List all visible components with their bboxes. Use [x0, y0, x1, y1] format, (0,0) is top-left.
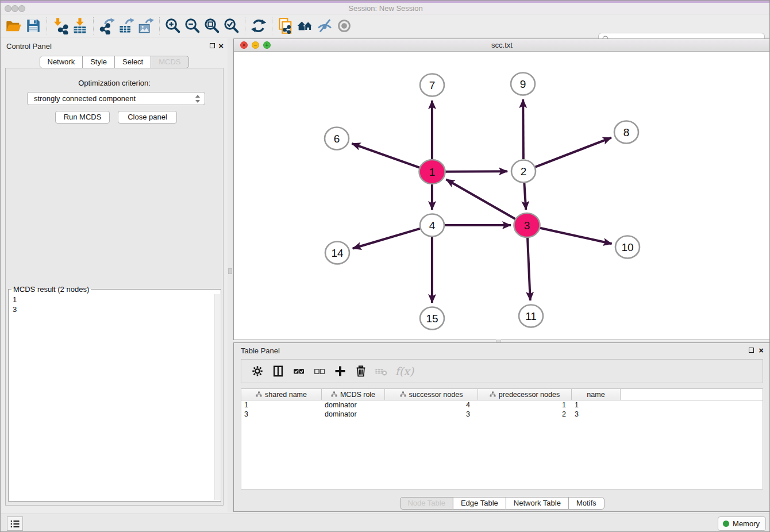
- memory-button[interactable]: Memory: [718, 516, 766, 531]
- refresh-icon[interactable]: [249, 16, 268, 36]
- cell-name[interactable]: 1: [572, 400, 621, 410]
- scrollbar-track[interactable]: [214, 294, 220, 500]
- status-bar: Memory: [1, 514, 770, 532]
- column-label: successor nodes: [409, 391, 463, 399]
- close-panel-button[interactable]: Close panel: [118, 111, 177, 124]
- trash-icon[interactable]: [351, 363, 371, 380]
- graph-edge-3-10[interactable]: [539, 228, 611, 244]
- graph-node-label: 4: [429, 219, 436, 232]
- table-toolbar: f(x): [241, 359, 763, 383]
- graph-node-label: 1: [429, 166, 436, 178]
- export-image-icon[interactable]: [136, 16, 156, 36]
- mcds-tab-content: Optimization criterion: strongly connect…: [5, 68, 224, 506]
- graph-node-label: 14: [331, 247, 344, 259]
- tab-edge-table[interactable]: Edge Table: [453, 497, 506, 510]
- tab-style[interactable]: Style: [82, 56, 115, 68]
- network-canvas[interactable]: 7968124314101511: [234, 52, 770, 340]
- deselect-all-icon[interactable]: [309, 363, 330, 380]
- import-network-icon[interactable]: [51, 16, 70, 36]
- window-titlebar: Session: New Session: [1, 1, 770, 14]
- graph-edge-2-3[interactable]: [524, 183, 526, 210]
- graph-node-label: 2: [521, 165, 527, 178]
- cell-predecessor-nodes[interactable]: 1: [478, 400, 572, 410]
- node-table: shared name MCDS role: [241, 388, 763, 489]
- run-mcds-button[interactable]: Run MCDS: [55, 111, 110, 124]
- cell-mcds-role[interactable]: dominator: [322, 410, 385, 419]
- mcds-result-title: MCDS result (2 nodes): [11, 285, 91, 294]
- close-panel-icon[interactable]: ×: [218, 43, 224, 49]
- add-column-icon[interactable]: [330, 363, 351, 380]
- mcds-result-list[interactable]: 1 3: [9, 294, 221, 501]
- cell-shared-name[interactable]: 3: [241, 410, 322, 419]
- main-toolbar: [1, 14, 770, 37]
- close-panel-icon[interactable]: ×: [759, 348, 764, 353]
- graph-edge-2-9[interactable]: [523, 99, 523, 159]
- open-folder-icon[interactable]: [4, 16, 24, 36]
- graph-node-label: 9: [520, 78, 526, 90]
- graph-edge-1-2[interactable]: [445, 171, 507, 172]
- column-label: shared name: [265, 391, 307, 399]
- tab-network[interactable]: Network: [39, 56, 83, 68]
- mcds-result-line: 3: [13, 304, 221, 314]
- column-header-predecessor-nodes[interactable]: predecessor nodes: [478, 389, 572, 400]
- column-header-name[interactable]: name: [572, 389, 621, 400]
- task-history-button[interactable]: [7, 516, 23, 531]
- select-all-icon[interactable]: [288, 363, 309, 380]
- hide-eye-icon[interactable]: [315, 16, 334, 36]
- save-floppy-icon[interactable]: [24, 16, 43, 36]
- tab-network-table[interactable]: Network Table: [506, 497, 569, 510]
- optimization-criterion-label: Optimization criterion:: [6, 79, 223, 87]
- column-header-mcds-role[interactable]: MCDS role: [322, 389, 385, 400]
- graph-edge-4-14[interactable]: [353, 229, 420, 249]
- network-document-icon[interactable]: [276, 16, 295, 36]
- column-header-successor-nodes[interactable]: successor nodes: [385, 389, 478, 400]
- cell-successor-nodes[interactable]: 3: [385, 410, 478, 419]
- cell-successor-nodes[interactable]: 4: [385, 400, 478, 410]
- graph-node-label: 11: [525, 310, 537, 322]
- toolbar-separator: [47, 17, 47, 34]
- table-row[interactable]: 1 dominator 4 1 1: [241, 400, 763, 410]
- export-table-icon[interactable]: [117, 16, 136, 36]
- cell-shared-name[interactable]: 1: [241, 400, 322, 410]
- table-header-row: shared name MCDS role: [241, 389, 763, 400]
- column-header-shared-name[interactable]: shared name: [241, 389, 322, 400]
- tab-motifs[interactable]: Motifs: [568, 497, 605, 510]
- control-panel-title: Control Panel: [6, 42, 52, 51]
- table-panel-tabs: Node Table Edge Table Network Table Moti…: [399, 497, 604, 510]
- table-row[interactable]: 3 dominator 3 2 3: [241, 410, 763, 419]
- mcds-result-box: MCDS result (2 nodes) 1 3: [8, 285, 221, 502]
- optimization-criterion-select[interactable]: strongly connected component: [27, 92, 205, 105]
- namespace-icon: [490, 391, 496, 398]
- select-stepper-icon: [195, 95, 201, 103]
- eye-icon[interactable]: [334, 16, 354, 36]
- zoom-fit-icon[interactable]: [202, 16, 222, 36]
- column-label: MCDS role: [340, 391, 375, 399]
- gear-icon[interactable]: [247, 363, 268, 380]
- float-panel-icon[interactable]: [749, 348, 754, 353]
- zoom-selected-icon[interactable]: [222, 16, 241, 36]
- control-panel-tabs: Network Style Select MCDS: [39, 56, 188, 68]
- zoom-out-icon[interactable]: [183, 16, 202, 36]
- tab-select[interactable]: Select: [114, 56, 151, 68]
- graph-edge-3-11[interactable]: [528, 237, 530, 300]
- export-network-icon[interactable]: [97, 16, 117, 36]
- graph-node-label: 15: [426, 313, 438, 325]
- houses-icon[interactable]: [295, 16, 315, 36]
- cell-name[interactable]: 3: [572, 410, 621, 419]
- graph-edge-1-6[interactable]: [352, 144, 420, 168]
- splitter-handle[interactable]: [228, 268, 232, 274]
- column-layout-icon[interactable]: [268, 363, 288, 380]
- graph-edge-2-8[interactable]: [536, 138, 611, 167]
- namespace-icon: [256, 391, 262, 398]
- graph-edge-3-1[interactable]: [446, 179, 515, 219]
- column-label: name: [587, 391, 605, 399]
- tab-node-table[interactable]: Node Table: [399, 497, 453, 510]
- float-panel-icon[interactable]: [210, 43, 215, 48]
- vertical-splitter[interactable]: [228, 38, 233, 512]
- tab-mcds[interactable]: MCDS: [151, 56, 188, 68]
- zoom-in-icon[interactable]: [163, 16, 183, 36]
- titlebar-accent-strip: [1, 1, 770, 3]
- cell-predecessor-nodes[interactable]: 2: [478, 410, 572, 419]
- cell-mcds-role[interactable]: dominator: [322, 400, 385, 410]
- import-table-icon[interactable]: [70, 16, 90, 36]
